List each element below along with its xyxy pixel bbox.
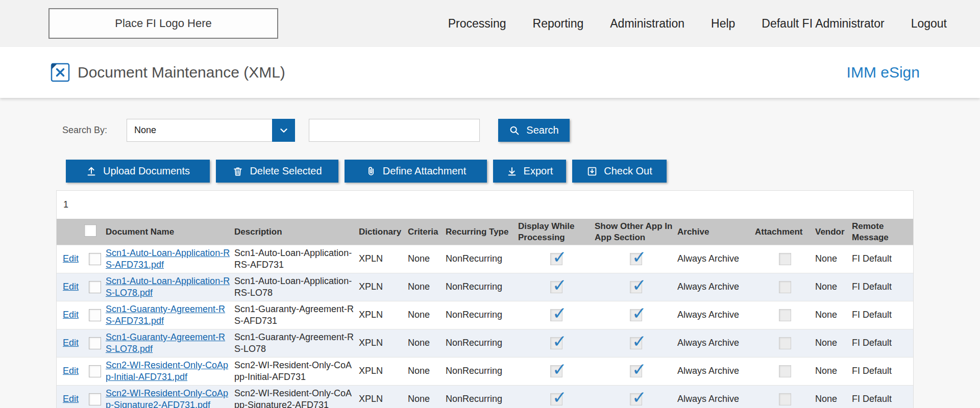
description-cell: Scn2-WI-Resident-Only-CoApp-Signature2-A… bbox=[234, 388, 359, 408]
show-other-app-checkbox[interactable]: ✓ bbox=[630, 365, 642, 377]
document-name-link[interactable]: Scn1-Guaranty-Agreement-RS-AFD731.pdf bbox=[106, 304, 225, 326]
pagination-bar: 1 bbox=[57, 191, 913, 219]
checkout-icon bbox=[586, 166, 598, 177]
checked-icon: ✓ bbox=[552, 246, 567, 269]
column-document-name: Document Name bbox=[106, 226, 234, 237]
table-row: Edit Scn1-Guaranty-Agreement-RS-AFD731.p… bbox=[57, 301, 913, 329]
row-checkbox[interactable] bbox=[89, 309, 101, 321]
dropdown-arrow-button[interactable] bbox=[272, 119, 295, 142]
display-while-processing-checkbox[interactable]: ✓ bbox=[550, 281, 562, 293]
page-number[interactable]: 1 bbox=[63, 199, 68, 210]
table-header-row: Document Name Description Dictionary Cri… bbox=[57, 219, 913, 245]
remote-message-cell: FI Default bbox=[852, 337, 913, 349]
edit-link[interactable]: Edit bbox=[63, 253, 79, 264]
row-checkbox[interactable] bbox=[89, 281, 101, 293]
search-button-label: Search bbox=[526, 124, 558, 136]
criteria-cell: None bbox=[408, 365, 446, 377]
show-other-app-checkbox[interactable]: ✓ bbox=[630, 253, 642, 265]
edit-link[interactable]: Edit bbox=[63, 310, 79, 320]
nav-help[interactable]: Help bbox=[711, 17, 735, 31]
checked-icon: ✓ bbox=[552, 387, 567, 408]
dictionary-cell: XPLN bbox=[359, 253, 408, 265]
checked-icon: ✓ bbox=[552, 330, 567, 353]
row-checkbox[interactable] bbox=[89, 337, 101, 349]
document-name-link[interactable]: Scn2-WI-Resident-Only-CoApp-Signature2-A… bbox=[106, 388, 228, 408]
archive-cell: Always Archive bbox=[677, 365, 755, 377]
upload-documents-button[interactable]: Upload Documents bbox=[66, 160, 210, 183]
dictionary-cell: XPLN bbox=[359, 393, 408, 405]
table-row: Edit Scn1-Guaranty-Agreement-RS-LO78.pdf… bbox=[57, 329, 913, 357]
define-attachment-button[interactable]: Define Attachment bbox=[345, 160, 487, 183]
column-recurring-type: Recurring Type bbox=[446, 226, 518, 237]
edit-link[interactable]: Edit bbox=[63, 282, 79, 292]
nav-processing[interactable]: Processing bbox=[448, 17, 506, 31]
attachment-checkbox[interactable] bbox=[779, 309, 791, 321]
display-while-processing-checkbox[interactable]: ✓ bbox=[550, 393, 562, 405]
top-nav: Processing Reporting Administration Help… bbox=[448, 17, 947, 31]
nav-administration[interactable]: Administration bbox=[610, 17, 684, 31]
edit-link[interactable]: Edit bbox=[63, 394, 79, 404]
description-cell: Scn1-Guaranty-Agreement-RS-LO78 bbox=[234, 332, 359, 355]
row-checkbox[interactable] bbox=[89, 365, 101, 377]
search-by-dropdown[interactable]: None bbox=[127, 119, 295, 142]
vendor-cell: None bbox=[815, 337, 852, 349]
attachment-checkbox[interactable] bbox=[779, 365, 791, 377]
vendor-cell: None bbox=[815, 393, 852, 405]
vendor-cell: None bbox=[815, 309, 852, 321]
remote-message-cell: FI Default bbox=[852, 365, 913, 377]
display-while-processing-checkbox[interactable]: ✓ bbox=[550, 337, 562, 349]
edit-link[interactable]: Edit bbox=[63, 366, 79, 376]
document-name-link[interactable]: Scn1-Auto-Loan-Application-RS-LO78.pdf bbox=[106, 276, 230, 298]
display-while-processing-checkbox[interactable]: ✓ bbox=[550, 253, 562, 265]
criteria-cell: None bbox=[408, 309, 446, 321]
header-select-spacer bbox=[84, 224, 106, 239]
search-input[interactable] bbox=[309, 119, 480, 142]
checked-icon: ✓ bbox=[632, 387, 647, 408]
nav-default-fi-administrator[interactable]: Default FI Administrator bbox=[762, 17, 884, 31]
brand-imm-esign: IMM eSign bbox=[847, 64, 920, 81]
dropdown-selected-value: None bbox=[134, 125, 156, 136]
display-while-processing-checkbox[interactable]: ✓ bbox=[550, 309, 562, 321]
dictionary-cell: XPLN bbox=[359, 337, 408, 349]
nav-reporting[interactable]: Reporting bbox=[533, 17, 584, 31]
show-other-app-checkbox[interactable]: ✓ bbox=[630, 393, 642, 405]
check-out-label: Check Out bbox=[604, 165, 652, 177]
dictionary-cell: XPLN bbox=[359, 365, 408, 377]
edit-link[interactable]: Edit bbox=[63, 338, 79, 348]
delete-selected-label: Delete Selected bbox=[250, 165, 322, 177]
checked-icon: ✓ bbox=[632, 274, 647, 297]
column-show-other-app: Show Other App In App Section bbox=[595, 221, 677, 243]
select-all-checkbox[interactable] bbox=[84, 224, 96, 237]
export-button[interactable]: Export bbox=[493, 160, 566, 183]
search-button[interactable]: Search bbox=[498, 119, 570, 142]
trash-icon bbox=[232, 166, 243, 177]
criteria-cell: None bbox=[408, 393, 446, 405]
checked-icon: ✓ bbox=[552, 359, 567, 381]
checked-icon: ✓ bbox=[632, 302, 647, 325]
display-while-processing-checkbox[interactable]: ✓ bbox=[550, 365, 562, 377]
attachment-checkbox[interactable] bbox=[779, 393, 791, 405]
attachment-checkbox[interactable] bbox=[779, 337, 791, 349]
row-checkbox[interactable] bbox=[89, 393, 101, 405]
search-icon bbox=[509, 125, 520, 136]
recurring-type-cell: NonRecurring bbox=[446, 337, 518, 349]
delete-selected-button[interactable]: Delete Selected bbox=[216, 160, 338, 183]
archive-cell: Always Archive bbox=[677, 309, 755, 321]
recurring-type-cell: NonRecurring bbox=[446, 309, 518, 321]
attachment-checkbox[interactable] bbox=[779, 281, 791, 293]
column-description: Description bbox=[234, 226, 359, 237]
check-out-button[interactable]: Check Out bbox=[572, 160, 667, 183]
document-name-link[interactable]: Scn1-Guaranty-Agreement-RS-LO78.pdf bbox=[106, 332, 225, 354]
row-checkbox[interactable] bbox=[89, 253, 101, 265]
criteria-cell: None bbox=[408, 281, 446, 293]
archive-cell: Always Archive bbox=[677, 253, 755, 265]
page-header: Document Maintenance (XML) IMM eSign bbox=[0, 47, 980, 98]
show-other-app-checkbox[interactable]: ✓ bbox=[630, 309, 642, 321]
description-cell: Scn1-Auto-Loan-Application-RS-AFD731 bbox=[234, 247, 359, 271]
show-other-app-checkbox[interactable]: ✓ bbox=[630, 281, 642, 293]
attachment-checkbox[interactable] bbox=[779, 253, 791, 265]
document-name-link[interactable]: Scn1-Auto-Loan-Application-RS-AFD731.pdf bbox=[106, 248, 230, 270]
nav-logout[interactable]: Logout bbox=[911, 17, 947, 31]
document-name-link[interactable]: Scn2-WI-Resident-Only-CoApp-Initial-AFD7… bbox=[106, 360, 228, 382]
show-other-app-checkbox[interactable]: ✓ bbox=[630, 337, 642, 349]
